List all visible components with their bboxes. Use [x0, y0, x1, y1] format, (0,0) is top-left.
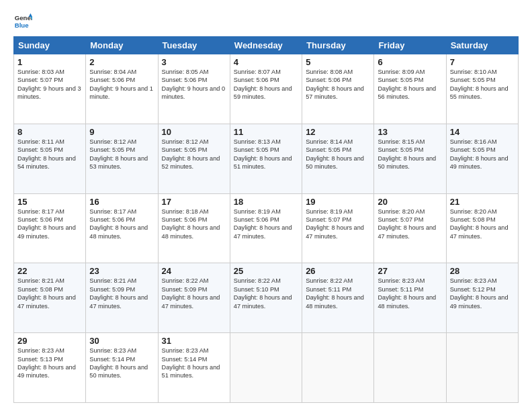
- calendar-cell: 15Sunrise: 8:17 AMSunset: 5:06 PMDayligh…: [14, 193, 86, 263]
- calendar-cell: 16Sunrise: 8:17 AMSunset: 5:06 PMDayligh…: [86, 193, 158, 263]
- day-content: Sunrise: 8:17 AMSunset: 5:06 PMDaylight:…: [89, 208, 154, 241]
- week-row-4: 22Sunrise: 8:21 AMSunset: 5:08 PMDayligh…: [14, 263, 519, 333]
- calendar-cell: 8Sunrise: 8:11 AMSunset: 5:05 PMDaylight…: [14, 124, 86, 193]
- day-number: 31: [162, 336, 226, 346]
- calendar-cell: 23Sunrise: 8:21 AMSunset: 5:09 PMDayligh…: [86, 263, 158, 333]
- calendar-cell: 31Sunrise: 8:23 AMSunset: 5:14 PMDayligh…: [158, 333, 230, 403]
- calendar-cell: 6Sunrise: 8:09 AMSunset: 5:05 PMDaylight…: [374, 54, 446, 124]
- calendar-cell: 4Sunrise: 8:07 AMSunset: 5:06 PMDaylight…: [230, 54, 302, 124]
- day-number: 16: [89, 197, 154, 207]
- day-number: 13: [378, 127, 442, 137]
- day-number: 7: [450, 57, 515, 67]
- calendar-cell: 25Sunrise: 8:22 AMSunset: 5:10 PMDayligh…: [230, 263, 302, 333]
- calendar-cell: 21Sunrise: 8:20 AMSunset: 5:08 PMDayligh…: [446, 193, 518, 263]
- calendar-cell: [446, 333, 518, 403]
- calendar-cell: 30Sunrise: 8:23 AMSunset: 5:14 PMDayligh…: [86, 333, 158, 403]
- day-content: Sunrise: 8:19 AMSunset: 5:07 PMDaylight:…: [306, 208, 370, 241]
- day-content: Sunrise: 8:23 AMSunset: 5:11 PMDaylight:…: [378, 277, 442, 310]
- calendar-cell: 29Sunrise: 8:23 AMSunset: 5:13 PMDayligh…: [14, 333, 86, 403]
- day-content: Sunrise: 8:17 AMSunset: 5:06 PMDaylight:…: [17, 208, 82, 241]
- day-number: 8: [17, 127, 82, 137]
- day-number: 4: [234, 57, 298, 67]
- calendar-cell: [230, 333, 302, 403]
- day-number: 25: [234, 266, 298, 276]
- day-number: 17: [162, 197, 226, 207]
- day-content: Sunrise: 8:22 AMSunset: 5:09 PMDaylight:…: [162, 277, 226, 310]
- day-content: Sunrise: 8:23 AMSunset: 5:14 PMDaylight:…: [89, 347, 154, 380]
- calendar-cell: 27Sunrise: 8:23 AMSunset: 5:11 PMDayligh…: [374, 263, 446, 333]
- day-number: 14: [450, 127, 515, 137]
- day-number: 15: [17, 197, 82, 207]
- calendar-cell: 2Sunrise: 8:04 AMSunset: 5:06 PMDaylight…: [86, 54, 158, 124]
- col-header-monday: Monday: [86, 37, 158, 54]
- day-number: 23: [89, 266, 154, 276]
- day-number: 6: [378, 57, 442, 67]
- day-number: 29: [17, 336, 82, 346]
- day-content: Sunrise: 8:22 AMSunset: 5:10 PMDaylight:…: [234, 277, 298, 310]
- day-content: Sunrise: 8:20 AMSunset: 5:08 PMDaylight:…: [450, 208, 515, 241]
- calendar-page: General Blue SundayMondayTuesdayWednesda…: [0, 0, 532, 411]
- header-row: SundayMondayTuesdayWednesdayThursdayFrid…: [14, 37, 519, 54]
- calendar-cell: 22Sunrise: 8:21 AMSunset: 5:08 PMDayligh…: [14, 263, 86, 333]
- day-content: Sunrise: 8:16 AMSunset: 5:05 PMDaylight:…: [450, 138, 515, 171]
- calendar-table: SundayMondayTuesdayWednesdayThursdayFrid…: [13, 36, 519, 403]
- calendar-cell: 11Sunrise: 8:13 AMSunset: 5:05 PMDayligh…: [230, 124, 302, 193]
- day-content: Sunrise: 8:20 AMSunset: 5:07 PMDaylight:…: [378, 208, 442, 241]
- day-number: 19: [306, 197, 370, 207]
- calendar-cell: 5Sunrise: 8:08 AMSunset: 5:06 PMDaylight…: [302, 54, 374, 124]
- day-number: 2: [89, 57, 154, 67]
- calendar-cell: 3Sunrise: 8:05 AMSunset: 5:06 PMDaylight…: [158, 54, 230, 124]
- day-number: 22: [17, 266, 82, 276]
- day-content: Sunrise: 8:13 AMSunset: 5:05 PMDaylight:…: [234, 138, 298, 171]
- calendar-cell: 10Sunrise: 8:12 AMSunset: 5:05 PMDayligh…: [158, 124, 230, 193]
- day-content: Sunrise: 8:15 AMSunset: 5:05 PMDaylight:…: [378, 138, 442, 171]
- header: General Blue: [13, 12, 519, 31]
- day-content: Sunrise: 8:05 AMSunset: 5:06 PMDaylight:…: [162, 68, 226, 101]
- day-content: Sunrise: 8:22 AMSunset: 5:11 PMDaylight:…: [306, 277, 370, 310]
- calendar-cell: 1Sunrise: 8:03 AMSunset: 5:07 PMDaylight…: [14, 54, 86, 124]
- day-number: 11: [234, 127, 298, 137]
- day-content: Sunrise: 8:23 AMSunset: 5:14 PMDaylight:…: [162, 347, 226, 380]
- day-content: Sunrise: 8:04 AMSunset: 5:06 PMDaylight:…: [89, 68, 154, 101]
- col-header-friday: Friday: [374, 37, 446, 54]
- calendar-cell: 19Sunrise: 8:19 AMSunset: 5:07 PMDayligh…: [302, 193, 374, 263]
- day-content: Sunrise: 8:14 AMSunset: 5:05 PMDaylight:…: [306, 138, 370, 171]
- day-number: 1: [17, 57, 82, 67]
- day-number: 18: [234, 197, 298, 207]
- col-header-sunday: Sunday: [14, 37, 86, 54]
- calendar-cell: 20Sunrise: 8:20 AMSunset: 5:07 PMDayligh…: [374, 193, 446, 263]
- calendar-cell: 28Sunrise: 8:23 AMSunset: 5:12 PMDayligh…: [446, 263, 518, 333]
- day-number: 3: [162, 57, 226, 67]
- day-number: 24: [162, 266, 226, 276]
- calendar-cell: 17Sunrise: 8:18 AMSunset: 5:06 PMDayligh…: [158, 193, 230, 263]
- logo-icon: General Blue: [13, 12, 32, 31]
- day-number: 5: [306, 57, 370, 67]
- calendar-cell: 7Sunrise: 8:10 AMSunset: 5:05 PMDaylight…: [446, 54, 518, 124]
- calendar-cell: [302, 333, 374, 403]
- calendar-cell: 24Sunrise: 8:22 AMSunset: 5:09 PMDayligh…: [158, 263, 230, 333]
- day-content: Sunrise: 8:10 AMSunset: 5:05 PMDaylight:…: [450, 68, 515, 101]
- calendar-cell: 14Sunrise: 8:16 AMSunset: 5:05 PMDayligh…: [446, 124, 518, 193]
- col-header-wednesday: Wednesday: [230, 37, 302, 54]
- day-number: 9: [89, 127, 154, 137]
- day-content: Sunrise: 8:07 AMSunset: 5:06 PMDaylight:…: [234, 68, 298, 101]
- col-header-tuesday: Tuesday: [158, 37, 230, 54]
- week-row-5: 29Sunrise: 8:23 AMSunset: 5:13 PMDayligh…: [14, 333, 519, 403]
- calendar-cell: [374, 333, 446, 403]
- col-header-thursday: Thursday: [302, 37, 374, 54]
- day-content: Sunrise: 8:12 AMSunset: 5:05 PMDaylight:…: [162, 138, 226, 171]
- day-content: Sunrise: 8:09 AMSunset: 5:05 PMDaylight:…: [378, 68, 442, 101]
- day-number: 12: [306, 127, 370, 137]
- week-row-3: 15Sunrise: 8:17 AMSunset: 5:06 PMDayligh…: [14, 193, 519, 263]
- calendar-cell: 9Sunrise: 8:12 AMSunset: 5:05 PMDaylight…: [86, 124, 158, 193]
- day-content: Sunrise: 8:18 AMSunset: 5:06 PMDaylight:…: [162, 208, 226, 241]
- day-number: 10: [162, 127, 226, 137]
- day-content: Sunrise: 8:21 AMSunset: 5:08 PMDaylight:…: [17, 277, 82, 310]
- day-content: Sunrise: 8:23 AMSunset: 5:13 PMDaylight:…: [17, 347, 82, 380]
- svg-text:Blue: Blue: [15, 21, 29, 29]
- col-header-saturday: Saturday: [446, 37, 518, 54]
- day-content: Sunrise: 8:12 AMSunset: 5:05 PMDaylight:…: [89, 138, 154, 171]
- day-number: 26: [306, 266, 370, 276]
- day-number: 21: [450, 197, 515, 207]
- day-content: Sunrise: 8:21 AMSunset: 5:09 PMDaylight:…: [89, 277, 154, 310]
